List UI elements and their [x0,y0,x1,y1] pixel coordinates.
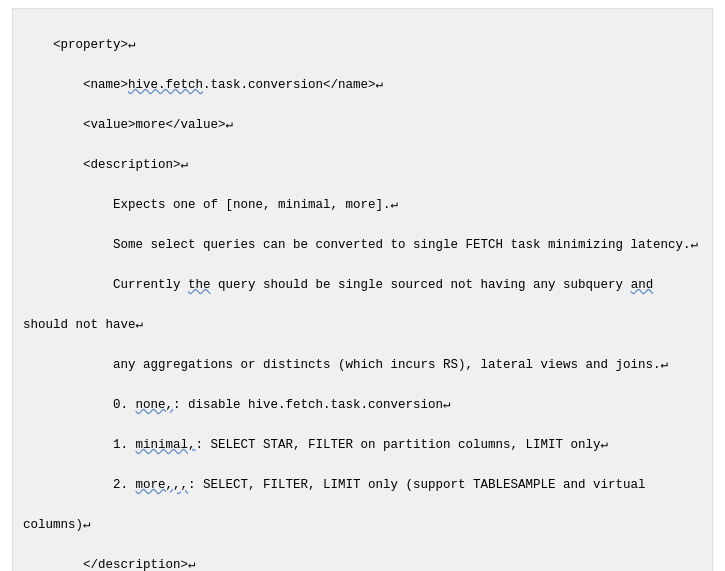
code-block-1: <property>↵ <name>hive.fetch.task.conver… [12,8,713,571]
